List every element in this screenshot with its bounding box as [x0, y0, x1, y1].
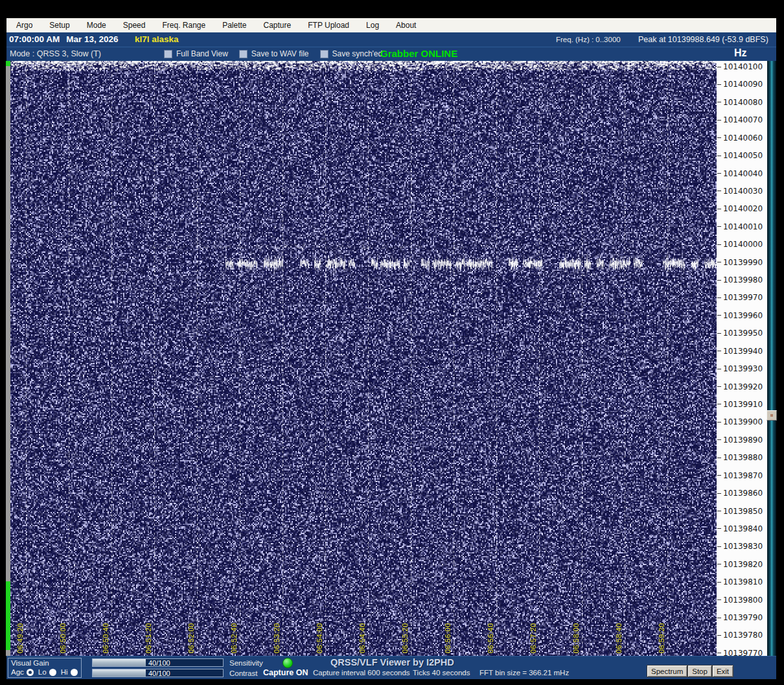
radio-button[interactable] — [27, 669, 34, 676]
freq-tick-mark — [717, 191, 721, 191]
time-tick-label: 06:53:20 — [273, 608, 282, 653]
freq-tick-mark — [717, 351, 721, 351]
gain-radio-label: Hi — [61, 668, 68, 676]
freq-tick-mark — [717, 244, 721, 245]
menu-item[interactable]: Speed — [115, 21, 154, 30]
freq-tick-mark — [717, 137, 721, 138]
freq-tick: 10139890 — [717, 435, 763, 445]
freq-tick-mark — [717, 618, 721, 618]
freq-tick-mark — [717, 511, 721, 511]
freq-tick-label: 10139810 — [723, 577, 763, 586]
freq-tick: 10139990 — [717, 257, 763, 267]
freq-tick-mark — [717, 156, 721, 156]
radio-button[interactable] — [49, 669, 56, 676]
visual-gain-group: Visual Gain Agc Lo Hi — [8, 658, 82, 678]
freq-tick-mark — [717, 493, 721, 494]
time-tick-label: 06:49:20 — [16, 608, 25, 653]
freq-tick: 10139810 — [717, 577, 763, 587]
freq-tick-mark — [717, 582, 721, 583]
menu-item[interactable]: About — [387, 21, 424, 30]
ticks-info-label: Ticks 40 seconds — [413, 669, 470, 677]
freq-tick: 10140030 — [717, 186, 763, 196]
freq-tick-label: 10140090 — [723, 80, 763, 89]
visual-gain-radios: Agc Lo Hi — [11, 668, 82, 676]
freq-tick-label: 10140100 — [723, 62, 763, 71]
action-button[interactable]: Spectrum — [647, 665, 687, 677]
freq-tick: 10140070 — [717, 115, 763, 125]
freq-tick-mark — [717, 84, 721, 85]
menu-item[interactable]: Freq. Range — [154, 21, 214, 30]
freq-tick-mark — [717, 635, 721, 636]
action-button[interactable]: Stop — [687, 665, 712, 677]
checkbox-box[interactable] — [164, 50, 172, 58]
menu-item[interactable]: Setup — [41, 21, 78, 30]
time-tick-label: 06:56:40 — [487, 608, 496, 653]
freq-tick-label: 10139970 — [723, 293, 763, 302]
freq-tick-mark — [717, 209, 721, 209]
freq-tick-label: 10139880 — [723, 453, 763, 462]
mode-bar: Mode : QRSS 3, Slow (T) Full Band View S… — [6, 47, 776, 61]
freq-tick: 10139840 — [717, 524, 763, 533]
freq-tick: 10139860 — [717, 489, 763, 498]
checkbox-box[interactable] — [239, 50, 248, 58]
freq-tick-mark — [717, 333, 721, 334]
menu-item[interactable]: Capture — [255, 21, 300, 30]
time-tick-label: 06:56:00 — [444, 608, 453, 653]
freq-tick-label: 10139770 — [723, 649, 763, 656]
menu-item[interactable]: Palette — [214, 21, 255, 30]
freq-tick-mark — [717, 369, 721, 369]
waterfall-display[interactable]: 06:49:2006:50:0006:50:4006:51:2006:52:00… — [10, 61, 717, 656]
slider-track[interactable]: 40/100 — [92, 669, 224, 677]
spectrogram-canvas[interactable] — [10, 61, 717, 656]
frequency-axis: 10140100 10140090 10140080 10140070 1014… — [717, 61, 767, 656]
button-row: SpectrumStopExit — [647, 665, 733, 677]
menu-item[interactable]: Argo — [8, 21, 41, 30]
gain-radio-option[interactable]: Hi — [61, 668, 78, 676]
time-tick-label: 06:54:00 — [316, 608, 325, 653]
freq-tick-mark — [717, 315, 721, 316]
gain-radio-option[interactable]: Agc — [11, 668, 34, 676]
menu-item[interactable]: Log — [358, 21, 387, 30]
slider-fill[interactable] — [93, 669, 146, 677]
checkbox-group: Full Band View Save to WAV file Save syn… — [164, 49, 382, 58]
checkbox-item[interactable]: Save synch'ed — [320, 49, 383, 58]
freq-tick-label: 10139920 — [723, 382, 763, 391]
clock: 07:00:00 AMMar 13, 2026 — [9, 34, 119, 44]
action-button[interactable]: Exit — [712, 665, 733, 677]
checkbox-item[interactable]: Full Band View — [164, 49, 228, 58]
slider-fill[interactable] — [93, 659, 146, 666]
time-tick-label: 06:57:20 — [529, 608, 538, 653]
freq-tick: 10139910 — [717, 399, 763, 409]
checkbox-item[interactable]: Save to WAV file — [239, 49, 309, 58]
freq-tick: 10140010 — [717, 222, 763, 231]
checkbox-box[interactable] — [320, 50, 329, 58]
radio-button[interactable] — [71, 669, 78, 676]
menu-item[interactable]: FTP Upload — [299, 21, 358, 30]
freq-tick-mark — [717, 599, 721, 600]
freq-tick-mark — [717, 120, 721, 121]
gain-radio-option[interactable]: Lo — [38, 668, 56, 676]
frequency-scrollbar-thumb[interactable] — [767, 410, 777, 421]
slider-value: 40/100 — [148, 659, 170, 667]
freq-tick-label: 10140000 — [723, 240, 763, 249]
freq-tick-mark — [717, 422, 721, 423]
slider-label: Sensitivity — [229, 659, 263, 667]
freq-tick-label: 10140060 — [723, 134, 763, 143]
freq-tick-label: 10139780 — [723, 631, 763, 640]
freq-tick-label: 10139930 — [723, 364, 763, 373]
time-tick-label: 06:50:40 — [102, 608, 111, 653]
visual-gain-title: Visual Gain — [11, 659, 49, 667]
menu-item[interactable]: Mode — [78, 21, 115, 30]
freq-tick: 10139950 — [717, 329, 763, 338]
time-tick-label: 06:59:20 — [658, 608, 667, 653]
freq-tick-mark — [717, 173, 721, 174]
freq-tick-label: 10140030 — [723, 187, 763, 196]
freq-tick: 10139870 — [717, 470, 763, 480]
grabber-status: Grabber ONLINE — [380, 48, 457, 59]
frequency-scrollbar-track[interactable] — [767, 61, 776, 656]
slider-track[interactable]: 40/100 — [92, 658, 224, 667]
freq-tick-label: 10139940 — [723, 347, 763, 356]
status-header: 07:00:00 AMMar 13, 2026 kl7l alaska Freq… — [6, 32, 776, 47]
freq-tick: 10140000 — [717, 240, 763, 250]
freq-tick-mark — [717, 404, 721, 404]
